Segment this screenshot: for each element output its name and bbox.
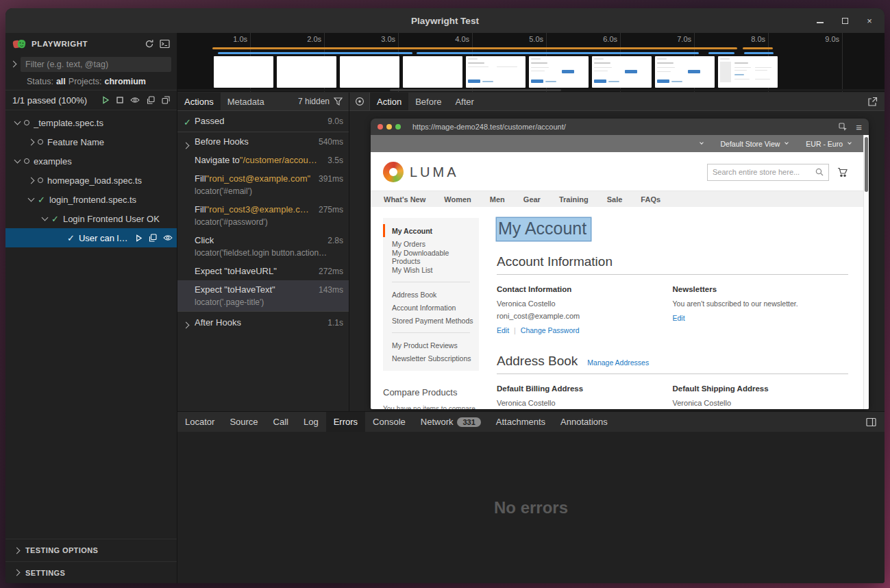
nav-faqs[interactable]: FAQs <box>641 195 660 204</box>
tree-item-login-frontend-user-ok[interactable]: ✓ Login Frontend User OK <box>5 209 177 228</box>
chevron-down-icon <box>700 140 704 145</box>
reveal-test-icon[interactable] <box>162 96 170 104</box>
refresh-icon[interactable] <box>145 39 154 49</box>
action-row-before-hooks[interactable]: Before Hooks540ms <box>177 132 349 151</box>
store-view-switcher[interactable]: Default Store View <box>721 140 780 148</box>
timeline-thumbnail[interactable] <box>466 56 526 88</box>
account-nav-wish-list[interactable]: My Wish List <box>383 263 479 276</box>
filter-input[interactable] <box>21 57 171 72</box>
tab-locator[interactable]: Locator <box>177 412 222 432</box>
action-row-click[interactable]: Click2.8s locator('fieldset.login button… <box>177 231 349 262</box>
hidden-actions-filter[interactable]: 7 hidden <box>292 93 349 110</box>
tree-item-user-can-login-selected[interactable]: ✓ User can lo… <box>5 228 177 247</box>
tab-attachments[interactable]: Attachments <box>489 412 553 432</box>
account-nav-address-book[interactable]: Address Book <box>383 288 479 301</box>
search-icon[interactable] <box>815 168 824 176</box>
minimize-button[interactable] <box>816 16 824 25</box>
collapse-all-icon[interactable] <box>147 96 155 104</box>
nav-gear[interactable]: Gear <box>523 195 541 204</box>
account-nav-downloadable[interactable]: My Downloadable Products <box>383 250 479 263</box>
page-scrollbar[interactable] <box>863 135 869 409</box>
tree-item-homepage-load[interactable]: homepage_load.spec.ts <box>5 171 177 190</box>
filter-expand-chevron-icon[interactable] <box>10 61 17 68</box>
watch-test-icon[interactable] <box>163 234 173 241</box>
stop-button[interactable] <box>116 97 123 103</box>
tab-after[interactable]: After <box>448 93 480 110</box>
action-row-after-hooks[interactable]: After Hooks1.1s <box>177 311 349 332</box>
tree-item-examples[interactable]: examples <box>5 151 177 171</box>
pick-locator-target-icon[interactable] <box>349 93 370 110</box>
timeline-thumbnail[interactable] <box>340 56 399 88</box>
run-test-button[interactable] <box>135 234 143 242</box>
bottom-tab-bar: Locator Source Call Log Errors Console N… <box>177 411 885 432</box>
nav-sale[interactable]: Sale <box>607 195 623 204</box>
pick-locator-icon[interactable] <box>839 123 848 132</box>
tab-errors[interactable]: Errors <box>326 412 365 432</box>
timeline-thumbnail[interactable] <box>655 56 715 88</box>
tab-metadata[interactable]: Metadata <box>221 93 271 110</box>
section-settings[interactable]: SETTINGS <box>5 561 177 583</box>
timeline-bar-action <box>744 52 774 54</box>
nav-training[interactable]: Training <box>559 195 589 204</box>
popout-icon[interactable] <box>867 93 885 110</box>
timeline-thumbnail[interactable] <box>403 56 462 88</box>
currency-switcher[interactable]: EUR - Euro <box>806 140 843 148</box>
tab-source[interactable]: Source <box>222 412 265 432</box>
store-search-input[interactable] <box>713 168 815 176</box>
terminal-icon[interactable] <box>160 39 170 49</box>
tab-before[interactable]: Before <box>408 93 448 110</box>
tree-item-login-frontend[interactable]: ✓ login_frontend.spec.ts <box>5 190 177 209</box>
tree-item-template-spec[interactable]: _template.spec.ts <box>5 113 177 132</box>
maximize-button[interactable] <box>841 16 849 25</box>
store-search-box[interactable] <box>707 164 829 181</box>
timeline-thumbnail[interactable] <box>277 56 336 88</box>
filter-status-line[interactable]: Status:all Projects:chromium <box>5 73 177 90</box>
account-nav-account-info[interactable]: Account Information <box>383 301 479 314</box>
timeline-thumbnail[interactable] <box>718 56 778 88</box>
watch-all-icon[interactable] <box>130 97 140 103</box>
change-password-link[interactable]: Change Password <box>521 326 580 334</box>
run-all-button[interactable] <box>101 96 110 104</box>
action-row-navigate[interactable]: Navigate to "/customer/accou…3.5s <box>177 151 349 169</box>
manage-addresses-link[interactable]: Manage Addresses <box>587 358 649 367</box>
edit-newsletter-link[interactable]: Edit <box>673 314 685 322</box>
snapshot-browser-frame: https://mage-demo248.test/customer/accou… <box>371 119 869 409</box>
timeline-scrollbar[interactable] <box>177 89 885 91</box>
close-button[interactable]: × <box>865 16 874 25</box>
tab-call[interactable]: Call <box>266 412 296 432</box>
nav-men[interactable]: Men <box>490 195 505 204</box>
action-row-expect-text-selected[interactable]: Expect "toHaveText"143ms locator('.page-… <box>177 280 349 311</box>
nav-women[interactable]: Women <box>444 195 471 204</box>
tab-action[interactable]: Action <box>370 93 408 110</box>
action-row-passed[interactable]: ✓ Passed9.0s <box>177 111 349 132</box>
action-row-fill-password[interactable]: Fill "roni_cost3@example.c…275ms locator… <box>177 200 349 231</box>
nav-whats-new[interactable]: What's New <box>384 195 425 204</box>
account-nav-newsletter[interactable]: Newsletter Subscriptions <box>383 352 479 365</box>
address-bar[interactable]: https://mage-demo248.test/customer/accou… <box>412 123 566 131</box>
timeline-thumbnail[interactable] <box>529 56 589 88</box>
timeline-thumbnail[interactable] <box>214 56 273 88</box>
tab-annotations[interactable]: Annotations <box>553 412 615 432</box>
test-circle-icon <box>38 139 43 145</box>
account-nav-my-account[interactable]: My Account <box>383 224 479 237</box>
tab-actions[interactable]: Actions <box>177 93 221 110</box>
timeline-thumbnail[interactable] <box>592 56 652 88</box>
edit-contact-link[interactable]: Edit <box>497 326 509 334</box>
tab-network[interactable]: Network 331 <box>413 412 489 432</box>
luma-logo-icon[interactable] <box>383 162 404 182</box>
tab-console[interactable]: Console <box>365 412 413 432</box>
account-nav-stored-payment[interactable]: Stored Payment Methods <box>383 314 479 327</box>
tree-item-feature-name[interactable]: Feature Name <box>5 132 177 151</box>
action-row-fill-email[interactable]: Fill "roni_cost@example.com"391ms locato… <box>177 169 349 200</box>
luma-wordmark[interactable]: LUMA <box>410 164 459 180</box>
account-nav-product-reviews[interactable]: My Product Reviews <box>383 339 479 352</box>
tab-log[interactable]: Log <box>296 412 326 432</box>
contact-information-block: Contact Information Veronica Costello ro… <box>497 285 673 334</box>
trace-timeline[interactable]: 1.0s 2.0s 3.0s 4.0s 5.0s 6.0s 7.0s 8.0s … <box>177 33 885 93</box>
action-row-expect-url[interactable]: Expect "toHaveURL"272ms <box>177 262 349 280</box>
panel-layout-toggle-icon[interactable] <box>866 412 885 432</box>
duplicate-icon[interactable] <box>149 234 157 242</box>
menu-icon[interactable]: ≡ <box>856 122 862 132</box>
section-testing-options[interactable]: TESTING OPTIONS <box>5 539 177 561</box>
cart-icon[interactable] <box>837 167 848 177</box>
